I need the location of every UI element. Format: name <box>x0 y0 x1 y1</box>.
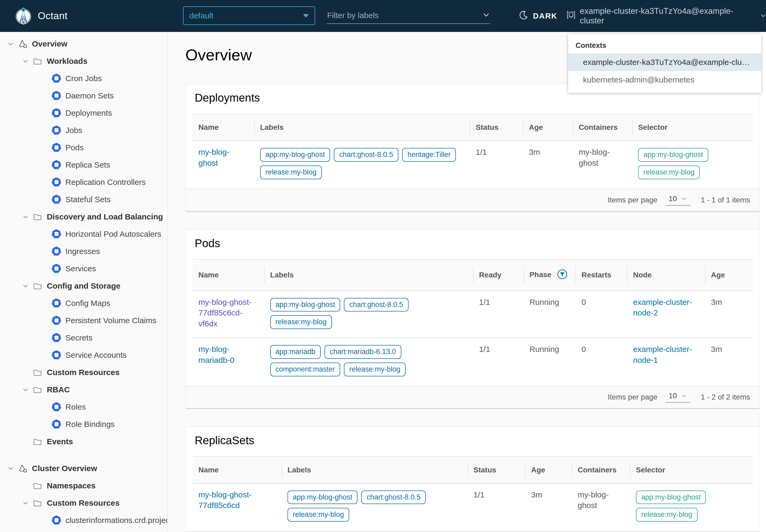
chevron-down-icon[interactable] <box>22 386 33 393</box>
label-tag[interactable]: chart:ghost-8.0.5 <box>334 148 398 162</box>
phase-cell: Running <box>524 291 576 338</box>
sidebar-item-cluster-overview[interactable]: Cluster Overview <box>0 460 167 477</box>
label-filter[interactable] <box>327 7 490 24</box>
sidebar-item-ingresses[interactable]: Ingresses <box>0 243 167 260</box>
sidebar-item-persistent-volume-claims[interactable]: Persistent Volume Claims <box>0 312 167 329</box>
sidebar-item-label: Workloads <box>47 57 88 66</box>
chevron-down-icon[interactable] <box>22 500 33 506</box>
label-tag[interactable]: app:my-blog-ghost <box>270 298 340 312</box>
sidebar-item-replica-sets[interactable]: Replica Sets <box>0 156 167 173</box>
contexts-dropdown-title: Contexts <box>568 37 761 53</box>
label-tag[interactable]: chart:mariadb-6.13.0 <box>324 345 401 359</box>
sidebar-item-secrets[interactable]: Secrets <box>0 329 167 346</box>
sidebar-item-config-maps[interactable]: Config Maps <box>0 294 167 312</box>
pod-name-link[interactable]: my-blog-mariadb-0 <box>198 344 256 365</box>
deployment-name-link[interactable]: my-blog-ghost <box>198 147 245 168</box>
sidebar-item-overview[interactable]: Overview <box>0 35 167 52</box>
label-tag[interactable]: component:master <box>270 363 340 376</box>
pod-name-link[interactable]: my-blog-ghost-77df85c6cd-vf6dx <box>198 297 256 329</box>
selector-tag[interactable]: app:my-blog-ghost <box>638 148 708 162</box>
chevron-down-icon[interactable] <box>7 41 18 47</box>
label-tag[interactable]: app:mariadb <box>270 345 321 359</box>
node-link[interactable]: example-cluster-node-2 <box>633 297 699 318</box>
sidebar-item-replication-controllers[interactable]: Replication Controllers <box>0 173 167 191</box>
column-header-age: Age <box>705 259 753 291</box>
label-tag[interactable]: heritage:Tiller <box>402 148 456 162</box>
sidebar-item-cluster-custom-resources[interactable]: Custom Resources <box>0 494 167 512</box>
sidebar-item-pods[interactable]: Pods <box>0 139 167 156</box>
pods-table: Name Labels Ready Phase Restarts Node Ag… <box>193 259 753 385</box>
chevron-down-icon <box>681 196 687 202</box>
sidebar-item-clusterinformations-crd[interactable]: clusterinformations.crd.projec <box>0 512 167 529</box>
label-tag[interactable]: app:my-blog-ghost <box>288 491 358 504</box>
sidebar-item-label: Cluster Overview <box>32 464 97 473</box>
sidebar-item-horizontal-pod-autoscalers[interactable]: Horizontal Pod Autoscalers <box>0 225 167 243</box>
label-tag[interactable]: chart:ghost-8.0.5 <box>361 491 426 504</box>
label-tag[interactable]: app:my-blog-ghost <box>260 148 330 162</box>
chevron-down-icon <box>681 393 687 399</box>
label-tag[interactable]: chart:ghost-8.0.5 <box>344 298 409 312</box>
node-link[interactable]: example-cluster-node-1 <box>633 344 699 365</box>
label-tag[interactable]: release:my-blog <box>270 315 332 329</box>
sidebar-item-service-accounts[interactable]: Service Accounts <box>0 346 167 364</box>
selector-tag[interactable]: release:my-blog <box>636 508 698 522</box>
octant-logo-icon <box>14 6 33 26</box>
label-tag[interactable]: release:my-blog <box>260 165 322 179</box>
sidebar-item-label: Replica Sets <box>65 160 110 169</box>
chevron-down-icon[interactable] <box>482 11 490 20</box>
pods-card: Pods Name Labels Ready Phase Restarts No… <box>185 229 760 408</box>
sidebar-item-custom-resources[interactable]: Custom Resources <box>0 364 167 381</box>
selector-tag[interactable]: app:my-blog-ghost <box>636 491 706 504</box>
sidebar-item-discovery-and-load-balancing[interactable]: Discovery and Load Balancing <box>0 208 167 225</box>
sidebar-item-csidrivers-crd[interactable]: csidrivers.csi.storage.k8s.io <box>0 529 167 532</box>
theme-toggle-button[interactable]: DARK <box>518 0 557 32</box>
filter-funnel-icon[interactable] <box>557 269 568 282</box>
sidebar-item-namespaces[interactable]: Namespaces <box>0 477 167 494</box>
column-header-name: Name <box>193 259 264 291</box>
sidebar-item-role-bindings[interactable]: Role Bindings <box>0 415 167 433</box>
chevron-down-icon[interactable] <box>7 465 18 472</box>
sidebar-item-workloads[interactable]: Workloads <box>0 52 167 70</box>
namespace-select[interactable]: default <box>183 6 315 25</box>
sidebar-item-jobs[interactable]: Jobs <box>0 122 167 139</box>
sidebar-item-deployments[interactable]: Deployments <box>0 104 167 122</box>
vertical-scrollbar[interactable] <box>760 32 766 532</box>
folder-icon <box>33 385 47 394</box>
chevron-down-icon[interactable] <box>22 58 33 64</box>
app-title: Octant <box>38 0 68 32</box>
sidebar-item-label: Stateful Sets <box>65 195 111 204</box>
label-filter-input[interactable] <box>327 11 471 20</box>
context-option[interactable]: kubernetes-admin@kubernetes <box>568 71 761 89</box>
sidebar-item-services[interactable]: Services <box>0 260 167 277</box>
sidebar-item-daemon-sets[interactable]: Daemon Sets <box>0 87 167 104</box>
chevron-down-icon[interactable] <box>22 214 33 220</box>
sidebar-item-stateful-sets[interactable]: Stateful Sets <box>0 191 167 208</box>
page-size-select[interactable]: 10 <box>665 194 690 206</box>
page-size-select[interactable]: 10 <box>665 392 690 403</box>
items-per-page-label: Items per page <box>608 196 657 204</box>
column-header-status: Status <box>470 114 523 141</box>
folder-icon <box>33 437 47 446</box>
context-selector[interactable]: example-cluster-ka3TuTzYo4a@example-clus… <box>566 0 766 32</box>
sidebar-nav: Overview Workloads Cron Jobs Daemon Sets… <box>0 32 168 532</box>
label-tag[interactable]: release:my-blog <box>288 508 349 522</box>
sidebar-item-roles[interactable]: Roles <box>0 398 167 415</box>
replicaset-name-link[interactable]: my-blog-ghost-77df85c6cd <box>198 489 276 511</box>
column-header-labels: Labels <box>254 114 470 141</box>
sidebar-item-label: Services <box>65 264 96 273</box>
sidebar-item-events[interactable]: Events <box>0 433 167 450</box>
restarts-cell: 0 <box>576 338 627 385</box>
chevron-down-icon[interactable] <box>22 283 33 289</box>
sidebar-item-config-and-storage[interactable]: Config and Storage <box>0 277 167 294</box>
selector-tag[interactable]: release:my-blog <box>638 165 700 179</box>
replicasets-table: Name Labels Status Age Containers Select… <box>193 456 753 530</box>
sidebar-item-label: Discovery and Load Balancing <box>47 212 163 221</box>
sidebar-item-cron-jobs[interactable]: Cron Jobs <box>0 70 167 87</box>
context-option-selected[interactable]: example-cluster-ka3TuTzYo4a@example-clu… <box>568 53 761 71</box>
sidebar-item-label: Pods <box>65 143 84 152</box>
sidebar-item-rbac[interactable]: RBAC <box>0 381 167 398</box>
moon-icon <box>518 10 529 22</box>
label-tag[interactable]: release:my-blog <box>344 363 406 376</box>
sidebar-item-label: Role Bindings <box>65 420 115 429</box>
replicasets-card-title: ReplicaSets <box>195 434 760 447</box>
